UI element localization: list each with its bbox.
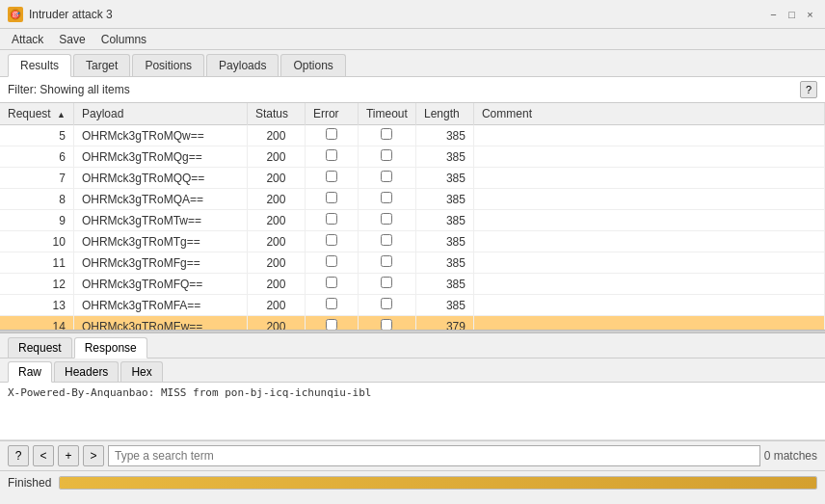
checkbox[interactable] (381, 149, 392, 161)
table-cell: 200 (247, 295, 305, 316)
tab-payloads[interactable]: Payloads (206, 54, 279, 76)
menu-columns[interactable]: Columns (93, 31, 154, 48)
tab-results[interactable]: Results (8, 54, 71, 77)
window-controls: − □ × (766, 7, 817, 21)
search-matches: 0 matches (764, 449, 817, 463)
search-next-button[interactable]: > (83, 445, 104, 466)
search-input[interactable] (108, 445, 760, 466)
minimize-button[interactable]: − (766, 7, 781, 21)
title-bar: 🎯 Intruder attack 3 − □ × (0, 0, 825, 29)
table-cell (473, 295, 824, 316)
table-cell-checkbox (305, 231, 358, 252)
search-help-button[interactable]: ? (8, 445, 29, 466)
search-plus-button[interactable]: + (58, 445, 79, 466)
col-timeout[interactable]: Timeout (358, 103, 415, 125)
table-cell-checkbox (358, 316, 415, 331)
checkbox[interactable] (381, 128, 392, 140)
col-length[interactable]: Length (415, 103, 473, 125)
table-cell: 379 (415, 316, 473, 331)
checkbox[interactable] (326, 213, 337, 225)
checkbox[interactable] (381, 319, 392, 330)
tab-headers[interactable]: Headers (54, 361, 119, 382)
close-button[interactable]: × (803, 7, 817, 21)
filter-help-button[interactable]: ? (800, 81, 817, 98)
tab-target[interactable]: Target (73, 54, 130, 76)
checkbox[interactable] (326, 234, 337, 246)
table-row[interactable]: 12OHRMck3gTRoMFQ==200385 (0, 274, 825, 295)
table-cell-checkbox (358, 146, 415, 168)
filter-bar: Filter: Showing all items ? (0, 77, 825, 103)
checkbox[interactable] (381, 234, 392, 246)
table-row[interactable]: 5OHRMck3gTRoMQw==200385 (0, 125, 825, 146)
checkbox[interactable] (326, 171, 337, 182)
table-cell-checkbox (358, 210, 415, 231)
table-cell-checkbox (305, 210, 358, 231)
table-cell: 200 (247, 252, 305, 274)
menu-save[interactable]: Save (51, 31, 93, 48)
table-row[interactable]: 13OHRMck3gTRoMFA==200385 (0, 295, 825, 316)
checkbox[interactable] (326, 128, 337, 140)
search-prev-button[interactable]: < (33, 445, 54, 466)
table-cell (473, 252, 824, 274)
checkbox[interactable] (381, 171, 392, 182)
table-cell: 385 (415, 210, 473, 231)
col-payload[interactable]: Payload (73, 103, 247, 125)
table-cell: 385 (415, 146, 473, 168)
table-row[interactable]: 11OHRMck3gTRoMFg==200385 (0, 252, 825, 274)
svg-text:🎯: 🎯 (11, 10, 20, 19)
table-cell-checkbox (358, 295, 415, 316)
table-cell: 12 (0, 274, 73, 295)
checkbox[interactable] (381, 255, 392, 267)
col-comment[interactable]: Comment (473, 103, 824, 125)
table-cell: 11 (0, 252, 73, 274)
sort-arrow: ▲ (57, 110, 66, 119)
response-section: Request Response Raw Headers Hex X-Power… (0, 333, 825, 440)
maximize-button[interactable]: □ (785, 7, 799, 21)
checkbox[interactable] (326, 149, 337, 161)
table-cell: OHRMck3gTRoMFg== (73, 252, 247, 274)
table-cell-checkbox (305, 168, 358, 189)
table-row[interactable]: 7OHRMck3gTRoMQQ==200385 (0, 168, 825, 189)
table-cell (473, 125, 824, 146)
checkbox[interactable] (326, 277, 337, 288)
table-row[interactable]: 6OHRMck3gTRoMQg==200385 (0, 146, 825, 168)
filter-label: Filter: Showing all items (8, 83, 130, 96)
table-cell: OHRMck3gTRoMQg== (73, 146, 247, 168)
status-label: Finished (8, 476, 51, 490)
search-bar: ? < + > 0 matches (0, 440, 825, 470)
table-cell (473, 146, 824, 168)
col-status[interactable]: Status (247, 103, 305, 125)
checkbox[interactable] (381, 277, 392, 288)
tab-options[interactable]: Options (280, 54, 345, 76)
table-cell: OHRMck3gTRoMFA== (73, 295, 247, 316)
tab-hex[interactable]: Hex (120, 361, 162, 382)
table-cell: 385 (415, 252, 473, 274)
table-row[interactable]: 8OHRMck3gTRoMQA==200385 (0, 189, 825, 210)
table-cell: OHRMck3gTRoMTg== (73, 231, 247, 252)
table-cell: OHRMck3gTRoMQA== (73, 189, 247, 210)
checkbox[interactable] (381, 192, 392, 203)
response-top-tabs: Request Response (0, 333, 825, 358)
tab-request[interactable]: Request (8, 337, 72, 358)
col-request[interactable]: Request ▲ (0, 103, 73, 125)
checkbox[interactable] (326, 298, 337, 309)
tab-positions[interactable]: Positions (132, 54, 204, 76)
table-cell: 385 (415, 231, 473, 252)
table-row[interactable]: 14OHRMck3gTRoMEw==200379 (0, 316, 825, 331)
tab-raw[interactable]: Raw (8, 361, 52, 383)
checkbox[interactable] (381, 213, 392, 225)
table-cell: OHRMck3gTRoMQQ== (73, 168, 247, 189)
tab-response[interactable]: Response (74, 337, 147, 358)
checkbox[interactable] (326, 255, 337, 267)
table-row[interactable]: 10OHRMck3gTRoMTg==200385 (0, 231, 825, 252)
col-error[interactable]: Error (305, 103, 358, 125)
checkbox[interactable] (326, 319, 337, 330)
checkbox[interactable] (326, 192, 337, 203)
menu-attack[interactable]: Attack (4, 31, 51, 48)
table-row[interactable]: 9OHRMck3gTRoMTw==200385 (0, 210, 825, 231)
table-cell (473, 189, 824, 210)
checkbox[interactable] (381, 298, 392, 309)
table-cell: 200 (247, 231, 305, 252)
main-tabs: Results Target Positions Payloads Option… (0, 50, 825, 77)
table-cell: OHRMck3gTRoMEw== (73, 316, 247, 331)
